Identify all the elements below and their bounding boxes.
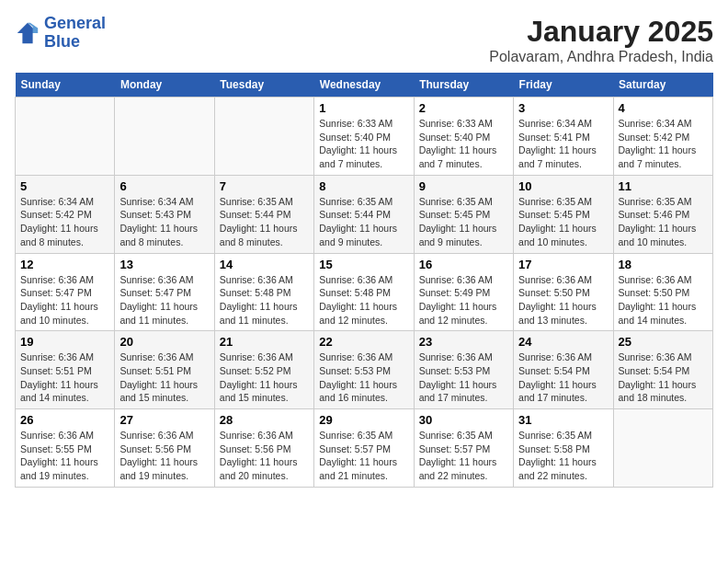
calendar-cell: 12Sunrise: 6:36 AM Sunset: 5:47 PM Dayli… <box>16 253 115 331</box>
day-info: Sunrise: 6:36 AM Sunset: 5:54 PM Dayligh… <box>518 350 608 405</box>
logo-line1: General <box>44 14 106 32</box>
day-number: 6 <box>119 179 209 193</box>
day-info: Sunrise: 6:36 AM Sunset: 5:51 PM Dayligh… <box>20 350 109 405</box>
day-number: 11 <box>619 179 708 193</box>
day-info: Sunrise: 6:34 AM Sunset: 5:42 PM Dayligh… <box>619 117 708 171</box>
day-info: Sunrise: 6:35 AM Sunset: 5:58 PM Dayligh… <box>518 429 608 483</box>
weekday-header-friday: Friday <box>514 73 613 98</box>
day-info: Sunrise: 6:35 AM Sunset: 5:45 PM Dayligh… <box>518 195 608 249</box>
calendar-week-row-5: 26Sunrise: 6:36 AM Sunset: 5:55 PM Dayli… <box>16 409 713 488</box>
day-info: Sunrise: 6:36 AM Sunset: 5:47 PM Dayligh… <box>20 273 109 327</box>
calendar-cell: 20Sunrise: 6:36 AM Sunset: 5:51 PM Dayli… <box>115 331 214 409</box>
day-info: Sunrise: 6:36 AM Sunset: 5:49 PM Dayligh… <box>419 273 508 327</box>
day-info: Sunrise: 6:36 AM Sunset: 5:47 PM Dayligh… <box>119 273 209 327</box>
day-number: 29 <box>319 413 408 427</box>
calendar-cell: 27Sunrise: 6:36 AM Sunset: 5:56 PM Dayli… <box>115 409 214 488</box>
calendar-cell: 30Sunrise: 6:35 AM Sunset: 5:57 PM Dayli… <box>414 409 513 488</box>
calendar-cell: 31Sunrise: 6:35 AM Sunset: 5:58 PM Dayli… <box>514 409 613 488</box>
day-number: 4 <box>619 101 708 115</box>
calendar-cell <box>613 409 712 488</box>
weekday-header-sunday: Sunday <box>16 73 115 98</box>
calendar-cell: 4Sunrise: 6:34 AM Sunset: 5:42 PM Daylig… <box>613 98 712 176</box>
day-info: Sunrise: 6:35 AM Sunset: 5:44 PM Dayligh… <box>220 195 309 249</box>
day-number: 28 <box>220 413 309 427</box>
calendar-cell: 28Sunrise: 6:36 AM Sunset: 5:56 PM Dayli… <box>214 409 313 488</box>
day-number: 2 <box>419 101 508 115</box>
day-info: Sunrise: 6:34 AM Sunset: 5:43 PM Dayligh… <box>119 195 209 249</box>
day-info: Sunrise: 6:33 AM Sunset: 5:40 PM Dayligh… <box>419 117 508 171</box>
logo-icon <box>15 20 40 46</box>
calendar-cell: 25Sunrise: 6:36 AM Sunset: 5:54 PM Dayli… <box>613 331 712 409</box>
day-number: 5 <box>20 179 109 193</box>
calendar-cell: 23Sunrise: 6:36 AM Sunset: 5:53 PM Dayli… <box>414 331 513 409</box>
location-title: Polavaram, Andhra Pradesh, India <box>489 49 713 65</box>
day-number: 3 <box>518 101 608 115</box>
calendar-cell: 29Sunrise: 6:35 AM Sunset: 5:57 PM Dayli… <box>314 409 414 488</box>
weekday-header-tuesday: Tuesday <box>214 73 313 98</box>
day-info: Sunrise: 6:34 AM Sunset: 5:41 PM Dayligh… <box>518 117 608 171</box>
calendar-cell: 26Sunrise: 6:36 AM Sunset: 5:55 PM Dayli… <box>16 409 115 488</box>
day-number: 16 <box>419 258 508 271</box>
day-number: 19 <box>20 335 109 349</box>
day-info: Sunrise: 6:36 AM Sunset: 5:54 PM Dayligh… <box>619 350 708 405</box>
day-number: 12 <box>20 258 109 271</box>
day-number: 25 <box>619 335 708 349</box>
day-number: 20 <box>119 335 209 349</box>
weekday-header-saturday: Saturday <box>613 73 712 98</box>
day-number: 27 <box>119 413 209 427</box>
day-info: Sunrise: 6:35 AM Sunset: 5:57 PM Dayligh… <box>419 429 508 483</box>
day-info: Sunrise: 6:35 AM Sunset: 5:45 PM Dayligh… <box>419 195 508 249</box>
day-number: 14 <box>220 258 309 271</box>
calendar-cell: 22Sunrise: 6:36 AM Sunset: 5:53 PM Dayli… <box>314 331 414 409</box>
day-number: 7 <box>220 179 309 193</box>
calendar-cell: 11Sunrise: 6:35 AM Sunset: 5:46 PM Dayli… <box>613 175 712 253</box>
weekday-header-wednesday: Wednesday <box>314 73 414 98</box>
day-number: 24 <box>518 335 608 349</box>
calendar-cell: 8Sunrise: 6:35 AM Sunset: 5:44 PM Daylig… <box>314 175 414 253</box>
calendar-week-row-2: 5Sunrise: 6:34 AM Sunset: 5:42 PM Daylig… <box>16 175 713 253</box>
calendar-cell: 2Sunrise: 6:33 AM Sunset: 5:40 PM Daylig… <box>414 98 513 176</box>
day-info: Sunrise: 6:36 AM Sunset: 5:53 PM Dayligh… <box>419 350 508 405</box>
calendar-week-row-4: 19Sunrise: 6:36 AM Sunset: 5:51 PM Dayli… <box>16 331 713 409</box>
calendar-cell: 6Sunrise: 6:34 AM Sunset: 5:43 PM Daylig… <box>115 175 214 253</box>
day-number: 23 <box>419 335 508 349</box>
day-info: Sunrise: 6:35 AM Sunset: 5:46 PM Dayligh… <box>619 195 708 249</box>
page-header: General Blue January 2025 Polavaram, And… <box>15 15 713 65</box>
calendar-week-row-3: 12Sunrise: 6:36 AM Sunset: 5:47 PM Dayli… <box>16 253 713 331</box>
day-number: 26 <box>20 413 109 427</box>
logo-line2: Blue <box>44 32 80 51</box>
title-block: January 2025 Polavaram, Andhra Pradesh, … <box>489 15 713 65</box>
calendar-cell: 19Sunrise: 6:36 AM Sunset: 5:51 PM Dayli… <box>16 331 115 409</box>
day-info: Sunrise: 6:36 AM Sunset: 5:48 PM Dayligh… <box>319 273 408 327</box>
day-info: Sunrise: 6:35 AM Sunset: 5:57 PM Dayligh… <box>319 429 408 483</box>
day-number: 31 <box>518 413 608 427</box>
calendar-cell: 9Sunrise: 6:35 AM Sunset: 5:45 PM Daylig… <box>414 175 513 253</box>
calendar-cell <box>16 98 115 176</box>
day-info: Sunrise: 6:33 AM Sunset: 5:40 PM Dayligh… <box>319 117 408 171</box>
logo-text: General Blue <box>44 15 106 52</box>
day-number: 18 <box>619 258 708 271</box>
calendar-week-row-1: 1Sunrise: 6:33 AM Sunset: 5:40 PM Daylig… <box>16 98 713 176</box>
calendar-cell: 3Sunrise: 6:34 AM Sunset: 5:41 PM Daylig… <box>514 98 613 176</box>
calendar-cell <box>214 98 313 176</box>
day-number: 15 <box>319 258 408 271</box>
day-number: 1 <box>319 101 408 115</box>
day-info: Sunrise: 6:36 AM Sunset: 5:56 PM Dayligh… <box>119 429 209 483</box>
calendar-cell: 7Sunrise: 6:35 AM Sunset: 5:44 PM Daylig… <box>214 175 313 253</box>
day-info: Sunrise: 6:36 AM Sunset: 5:50 PM Dayligh… <box>518 273 608 327</box>
month-title: January 2025 <box>489 15 713 49</box>
day-info: Sunrise: 6:36 AM Sunset: 5:55 PM Dayligh… <box>20 429 109 483</box>
calendar-cell: 14Sunrise: 6:36 AM Sunset: 5:48 PM Dayli… <box>214 253 313 331</box>
calendar-cell: 15Sunrise: 6:36 AM Sunset: 5:48 PM Dayli… <box>314 253 414 331</box>
calendar-cell: 21Sunrise: 6:36 AM Sunset: 5:52 PM Dayli… <box>214 331 313 409</box>
weekday-header-row: SundayMondayTuesdayWednesdayThursdayFrid… <box>16 73 713 98</box>
day-info: Sunrise: 6:34 AM Sunset: 5:42 PM Dayligh… <box>20 195 109 249</box>
calendar-cell: 18Sunrise: 6:36 AM Sunset: 5:50 PM Dayli… <box>613 253 712 331</box>
calendar-cell: 5Sunrise: 6:34 AM Sunset: 5:42 PM Daylig… <box>16 175 115 253</box>
day-number: 30 <box>419 413 508 427</box>
day-info: Sunrise: 6:36 AM Sunset: 5:51 PM Dayligh… <box>119 350 209 405</box>
day-number: 22 <box>319 335 408 349</box>
day-info: Sunrise: 6:35 AM Sunset: 5:44 PM Dayligh… <box>319 195 408 249</box>
day-number: 10 <box>518 179 608 193</box>
day-number: 8 <box>319 179 408 193</box>
